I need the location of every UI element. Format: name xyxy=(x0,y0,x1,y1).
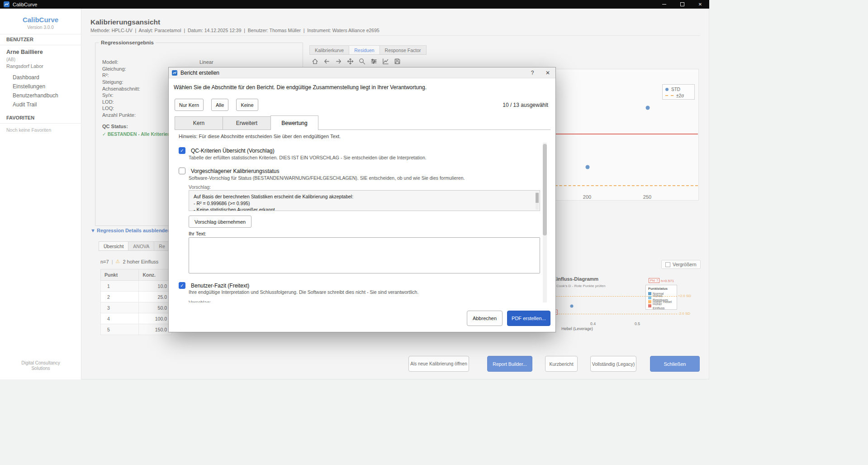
select-none-button[interactable]: Keine xyxy=(236,99,258,111)
suggestion-line: - R² = 0.999686 (>= 0.995) xyxy=(194,200,535,207)
minimize-icon xyxy=(662,4,666,5)
dialog-hint-text: Hinweis: Für diese Abschnitte entscheide… xyxy=(179,134,341,139)
suggestion-line: - Keine statistischen Ausreißer erkannt xyxy=(194,206,535,211)
select-core-only-button[interactable]: Nur Kern xyxy=(175,99,204,111)
dialog-help-button[interactable]: ? xyxy=(525,67,540,78)
selection-count: 10 / 13 ausgewählt xyxy=(503,102,548,108)
calibration-status-desc: Software-Vorschlag für Status (BESTANDEN… xyxy=(189,175,465,181)
qc-criteria-checkbox[interactable]: ✓ xyxy=(179,147,185,154)
suggestion-label: Vorschlag: xyxy=(189,184,211,190)
quick-select-buttons: Nur Kern Alle Keine xyxy=(175,99,258,111)
suggestion-scrollbar-thumb[interactable] xyxy=(536,193,539,203)
dialog-scrollbar-thumb[interactable] xyxy=(543,144,547,235)
calibration-status-label: Vorgeschlagener Kalibrierungsstatus xyxy=(191,168,279,174)
check-icon: ✓ xyxy=(180,283,184,288)
dialog-close-button[interactable]: ✕ xyxy=(540,67,555,78)
dialog-scrollbar[interactable] xyxy=(543,143,547,302)
suggestion-label-2: Vorschlag: xyxy=(189,300,211,302)
suggestion-box: Auf Basis der berechneten Statistiken er… xyxy=(189,190,540,211)
apply-suggestion-button[interactable]: Vorschlag übernehmen xyxy=(189,216,251,228)
select-all-button[interactable]: Alle xyxy=(211,99,228,111)
your-text-input[interactable] xyxy=(189,237,540,273)
dialog-titlebar: Bericht erstellen ? ✕ xyxy=(169,67,555,78)
clipped-suggestion-label-wrap: Vorschlag: xyxy=(189,298,211,302)
app-title: CalibCurve xyxy=(13,2,37,7)
screen: CalibCurve ✕ CalibCurve Version 3.0.0 BE… xyxy=(0,0,868,465)
dialog-title: Bericht erstellen xyxy=(180,70,219,76)
cancel-button[interactable]: Abbrechen xyxy=(467,311,503,326)
qc-criteria-desc: Tabelle der erfüllten statistischen Krit… xyxy=(189,155,427,160)
maximize-button[interactable] xyxy=(673,0,691,9)
titlebar: CalibCurve ✕ xyxy=(0,0,709,9)
calibration-status-checkbox[interactable] xyxy=(179,168,185,174)
user-conclusion-label: Benutzer-Fazit (Freitext) xyxy=(191,283,249,289)
user-conclusion-checkbox[interactable]: ✓ xyxy=(179,282,185,289)
tab-bewertung[interactable]: Bewertung xyxy=(270,115,318,130)
maximize-icon xyxy=(680,2,684,6)
create-pdf-button[interactable]: PDF erstellen... xyxy=(507,311,550,326)
close-button[interactable]: ✕ xyxy=(691,0,709,9)
suggestion-line: Auf Basis der berechneten Statistiken er… xyxy=(194,193,535,200)
dialog-tabbar: Kern Erweitert Bewertung xyxy=(175,115,550,130)
report-dialog: Bericht erstellen ? ✕ Wählen Sie die Abs… xyxy=(168,67,556,332)
close-icon: ✕ xyxy=(698,2,702,7)
tab-erweitert[interactable]: Erweitert xyxy=(223,116,270,129)
qc-criteria-label: QC-Kriterien Übersicht (Vorschlag) xyxy=(191,148,275,154)
minimize-button[interactable] xyxy=(655,0,673,9)
dialog-intro-text: Wählen Sie die Abschnitte für den Berich… xyxy=(174,84,427,91)
check-icon: ✓ xyxy=(180,148,184,153)
app-logo-icon xyxy=(4,1,9,7)
user-conclusion-desc: Ihre endgültige Interpretation und Schlu… xyxy=(189,289,418,295)
suggestion-scrollbar[interactable] xyxy=(536,192,539,210)
help-icon: ? xyxy=(531,70,534,76)
your-text-label: Ihr Text: xyxy=(189,231,206,236)
dialog-app-icon xyxy=(172,70,177,76)
tab-kern[interactable]: Kern xyxy=(175,116,223,129)
close-icon: ✕ xyxy=(545,70,550,76)
